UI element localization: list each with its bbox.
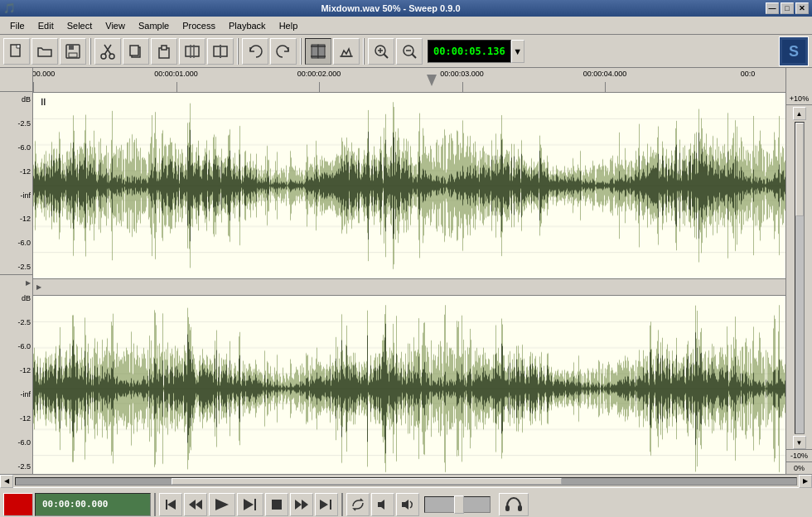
transport-separator-1 [154, 493, 156, 516]
headphone-button[interactable] [499, 493, 529, 516]
window-controls: — □ ✕ [766, 2, 809, 14]
volume-slider[interactable] [424, 496, 491, 513]
zoom-out-button[interactable] [396, 38, 423, 65]
right-scrollbar: +10% ▲ ▼ -10% 0% [785, 68, 812, 474]
svg-rect-2 [69, 45, 74, 50]
svg-marker-45 [244, 499, 254, 510]
maximize-button[interactable]: □ [781, 2, 794, 14]
app-logo: S [779, 36, 809, 66]
db-label-2.5tb: -2.5 [2, 263, 31, 271]
track-waveform-top[interactable]: ⏸ [33, 93, 785, 279]
svg-marker-53 [402, 500, 408, 510]
svg-marker-49 [302, 500, 308, 510]
track-label-top: dB -2.5 -6.0 -12 -inf -12 -6.0 -2.5 [0, 92, 32, 275]
svg-point-39 [13, 500, 23, 510]
main-area: dB -2.5 -6.0 -12 -inf -12 -6.0 -2.5 ▶ dB… [0, 68, 812, 474]
menu-select[interactable]: Select [60, 19, 99, 32]
track-label-bottom: dB -2.5 -6.0 -12 -inf -12 -6.0 -2.5 [0, 291, 32, 474]
open-button[interactable] [31, 38, 58, 65]
toolbar: 00:00:05.136 ▼ S [0, 35, 812, 68]
undo-button[interactable] [242, 38, 268, 65]
svg-marker-43 [189, 500, 196, 510]
db-label-2.5bb: -2.5 [2, 462, 31, 471]
hscroll-thumb[interactable] [172, 478, 562, 485]
svg-line-28 [412, 54, 416, 58]
loop-button[interactable] [346, 493, 370, 516]
transport-separator-2 [341, 493, 343, 516]
ruler-label-2: 00:00:02.000 [297, 70, 341, 78]
pause-icon: ⏸ [38, 96, 48, 108]
draw-tool-button[interactable] [333, 38, 360, 65]
db-label-infbt: -inf [2, 390, 31, 399]
ruler-tick [176, 82, 177, 92]
ruler-tick [33, 82, 34, 92]
redo-button[interactable] [270, 38, 297, 65]
percent-plus: +10% [786, 93, 812, 105]
scroll-down-button[interactable]: ▼ [793, 436, 806, 449]
db-label-6t: -6.0 [2, 143, 31, 152]
volume-thumb[interactable] [454, 495, 464, 514]
svg-text:S: S [789, 43, 799, 60]
menu-file[interactable]: File [3, 19, 31, 32]
db-label-inft: -inf [2, 191, 31, 200]
menu-help[interactable]: Help [273, 19, 305, 32]
new-button[interactable] [3, 38, 30, 65]
select-tool-button[interactable] [305, 38, 331, 65]
volume-up-button[interactable] [396, 493, 419, 516]
db-label: dB [2, 95, 31, 104]
volume-down-button[interactable] [371, 493, 394, 516]
menu-sample[interactable]: Sample [132, 19, 176, 32]
rewind-button[interactable] [184, 493, 207, 516]
vscroll-thumb[interactable] [795, 123, 804, 216]
zoom-in-button[interactable] [368, 38, 394, 65]
db-label-6bb: -6.0 [2, 438, 31, 447]
svg-point-6 [101, 54, 106, 59]
fastforward-button[interactable] [290, 493, 313, 516]
time-dropdown[interactable]: ▼ [511, 40, 524, 63]
ruler-label-4: 00:00:04.000 [583, 70, 627, 78]
waveform-canvas-top [33, 93, 785, 278]
ruler: 00:00:00.000 00:00:01.000 00:00:02.000 0… [33, 68, 785, 93]
db-label-12bt: -12 [2, 366, 31, 374]
hscroll-right-button[interactable]: ▶ [799, 475, 812, 488]
db-label-2.5bt: -2.5 [2, 318, 31, 326]
toolbar-separator-2 [237, 38, 239, 65]
db-label-12tb: -12 [2, 215, 31, 223]
close-button[interactable]: ✕ [795, 2, 809, 14]
menu-playback[interactable]: Playback [222, 19, 273, 32]
split-button[interactable] [207, 38, 234, 65]
hscroll-left-button[interactable]: ◀ [0, 475, 13, 488]
ruler-label-1: 00:00:01.000 [154, 70, 198, 78]
scroll-up-button[interactable]: ▲ [793, 107, 806, 120]
svg-marker-41 [167, 500, 176, 510]
menu-edit[interactable]: Edit [31, 19, 60, 32]
menu-view[interactable]: View [99, 19, 132, 32]
ruler-tick [462, 82, 463, 92]
menubar: File Edit Select View Sample Process Pla… [0, 17, 812, 35]
svg-rect-12 [186, 46, 199, 56]
minimize-button[interactable]: — [766, 2, 779, 14]
vscroll-track[interactable] [795, 122, 805, 434]
play-sel-button[interactable] [237, 493, 263, 516]
cut-button[interactable] [94, 38, 121, 65]
trim-button[interactable] [179, 38, 205, 65]
svg-marker-44 [215, 499, 229, 510]
copy-button[interactable] [123, 38, 149, 65]
db-label-6tb: -6.0 [2, 239, 31, 247]
skip-to-end-button[interactable] [315, 493, 338, 516]
toolbar-separator-4 [363, 38, 365, 65]
svg-line-25 [384, 54, 388, 58]
track-waveform-bottom[interactable] [33, 296, 785, 474]
ruler-inner: 00:00:00.000 00:00:01.000 00:00:02.000 0… [33, 68, 785, 92]
playhead[interactable] [427, 75, 437, 86]
save-button[interactable] [60, 38, 86, 65]
play-button[interactable] [209, 493, 235, 516]
menu-process[interactable]: Process [176, 19, 222, 32]
db-label-12t: -12 [2, 167, 31, 176]
stop-button[interactable] [265, 493, 288, 516]
paste-button[interactable] [151, 38, 177, 65]
skip-to-start-button[interactable] [159, 493, 182, 516]
record-button[interactable] [3, 493, 33, 516]
time-display: 00:00:05.136 [428, 40, 511, 63]
hscroll-track[interactable] [15, 477, 797, 486]
